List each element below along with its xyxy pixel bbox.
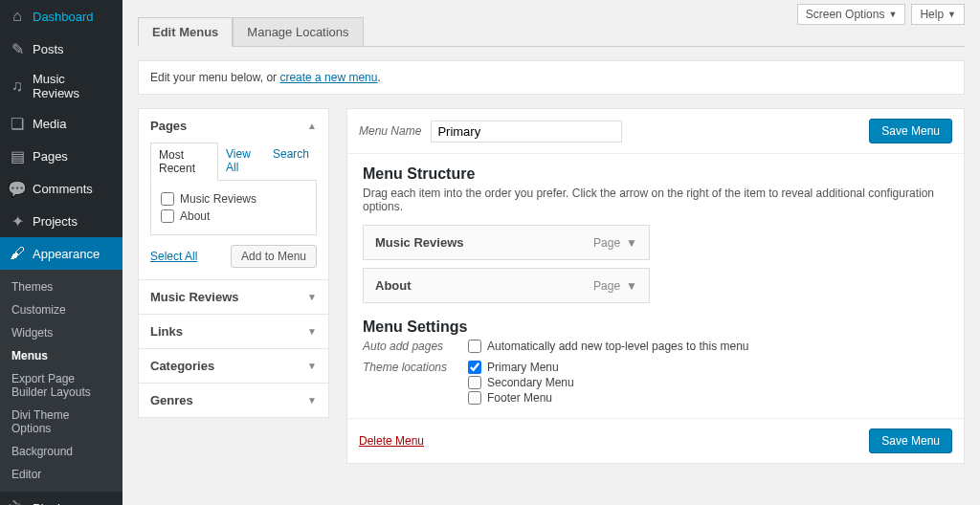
save-menu-button-bottom[interactable]: Save Menu (869, 428, 952, 453)
auto-add-option[interactable]: Automatically add new top-level pages to… (468, 340, 948, 353)
submenu-menus[interactable]: Menus (0, 344, 122, 367)
categories-toggle[interactable]: Categories▼ (139, 349, 328, 383)
media-icon: ❏ (8, 114, 27, 133)
triangle-down-icon[interactable]: ▼ (626, 279, 637, 293)
page-option[interactable]: About (161, 208, 306, 225)
location-checkbox[interactable] (468, 376, 481, 389)
comments-icon: 💬 (8, 179, 27, 198)
brush-icon: 🖌 (8, 244, 27, 263)
triangle-down-icon: ▼ (307, 361, 317, 371)
location-option-secondary[interactable]: Secondary Menu (468, 376, 948, 389)
pages-checklist: Music Reviews About (150, 181, 317, 235)
submenu-background[interactable]: Background (0, 440, 122, 463)
categories-accordion: Categories▼ (138, 349, 329, 384)
sidebar-item-comments[interactable]: 💬Comments (0, 172, 122, 205)
pages-tab-view-all[interactable]: View All (218, 143, 265, 180)
help-button[interactable]: Help▼ (911, 4, 965, 25)
sidebar-item-posts[interactable]: ✎Posts (0, 33, 122, 65)
screen-options-button[interactable]: Screen Options▼ (797, 4, 906, 25)
submenu-widgets[interactable]: Widgets (0, 321, 122, 344)
sidebar-item-dashboard[interactable]: ⌂Dashboard (0, 0, 122, 33)
sidebar-item-plugins[interactable]: 🔌Plugins (0, 492, 122, 505)
appearance-submenu: Themes Customize Widgets Menus Export Pa… (0, 270, 122, 492)
triangle-down-icon: ▼ (307, 326, 317, 337)
triangle-down-icon: ▼ (307, 395, 317, 406)
pages-tab-recent[interactable]: Most Recent (150, 143, 218, 181)
caret-down-icon: ▼ (888, 10, 897, 19)
submenu-export-layouts[interactable]: Export Page Builder Layouts (0, 367, 122, 404)
add-to-menu-button[interactable]: Add to Menu (231, 245, 317, 268)
links-accordion: Links▼ (138, 315, 329, 349)
theme-locations-label: Theme locations (363, 361, 468, 406)
menu-item-type: Page▼ (593, 236, 637, 250)
menu-item-label: Music Reviews (375, 235, 464, 250)
pages-accordion: Pages▲ Most Recent View All Search Music… (138, 108, 329, 280)
menu-item[interactable]: Music Reviews Page▼ (363, 225, 650, 260)
triangle-down-icon[interactable]: ▼ (626, 236, 637, 250)
menu-settings-heading: Menu Settings (363, 318, 948, 336)
music-reviews-accordion: Music Reviews▼ (138, 280, 329, 315)
menu-name-input[interactable] (431, 121, 622, 143)
delete-menu-link[interactable]: Delete Menu (359, 434, 424, 448)
sidebar-item-projects[interactable]: ✦Projects (0, 205, 122, 237)
triangle-down-icon: ▼ (307, 292, 317, 302)
submenu-themes[interactable]: Themes (0, 275, 122, 298)
pages-icon: ▤ (8, 146, 27, 165)
location-checkbox[interactable] (468, 361, 481, 374)
admin-sidebar: ⌂Dashboard ✎Posts ♫Music Reviews ❏Media … (0, 0, 122, 505)
edit-notice: Edit your menu below, or create a new me… (138, 60, 965, 95)
page-checkbox[interactable] (161, 209, 174, 223)
caret-down-icon: ▼ (947, 10, 956, 19)
select-all-link[interactable]: Select All (150, 250, 197, 263)
menu-item[interactable]: About Page▼ (363, 268, 650, 303)
main-content: Screen Options▼ Help▼ Edit Menus Manage … (122, 0, 980, 505)
sidebar-item-music-reviews[interactable]: ♫Music Reviews (0, 65, 122, 107)
theme-locations-options: Primary Menu Secondary Menu Footer Menu (468, 361, 948, 406)
menu-panel-footer: Delete Menu Save Menu (347, 418, 964, 463)
music-reviews-toggle[interactable]: Music Reviews▼ (139, 280, 328, 314)
auto-add-checkbox[interactable] (468, 340, 481, 353)
sidebar-item-appearance[interactable]: 🖌Appearance (0, 237, 122, 270)
submenu-editor[interactable]: Editor (0, 463, 122, 486)
menu-item-type: Page▼ (593, 279, 637, 293)
projects-icon: ✦ (8, 211, 27, 231)
screen-meta-links: Screen Options▼ Help▼ (797, 4, 965, 25)
create-menu-link[interactable]: create a new menu (279, 71, 377, 84)
location-checkbox[interactable] (468, 391, 481, 405)
tab-edit-menus[interactable]: Edit Menus (138, 17, 233, 47)
links-toggle[interactable]: Links▼ (139, 315, 328, 348)
sidebar-item-pages[interactable]: ▤Pages (0, 140, 122, 172)
menu-settings-grid: Auto add pages Automatically add new top… (363, 340, 948, 406)
page-checkbox[interactable] (161, 192, 174, 206)
genres-toggle[interactable]: Genres▼ (139, 384, 328, 417)
save-menu-button-top[interactable]: Save Menu (869, 119, 952, 143)
location-option-primary[interactable]: Primary Menu (468, 361, 948, 374)
pages-tab-search[interactable]: Search (265, 143, 317, 180)
menu-sources-column: Pages▲ Most Recent View All Search Music… (138, 108, 329, 464)
page-option[interactable]: Music Reviews (161, 190, 306, 208)
location-option-footer[interactable]: Footer Menu (468, 391, 948, 405)
menu-structure-heading: Menu Structure (363, 165, 948, 183)
plugin-icon: 🔌 (8, 498, 27, 505)
tab-manage-locations[interactable]: Manage Locations (233, 17, 363, 46)
pages-accordion-toggle[interactable]: Pages▲ (139, 109, 328, 143)
menu-item-label: About (375, 278, 412, 293)
genres-accordion: Genres▼ (138, 384, 329, 418)
triangle-up-icon: ▲ (307, 121, 317, 131)
submenu-customize[interactable]: Customize (0, 298, 122, 321)
menu-panel: Menu Name Save Menu Menu Structure Drag … (346, 108, 965, 464)
menu-structure-description: Drag each item into the order you prefer… (363, 187, 948, 213)
dashboard-icon: ⌂ (8, 7, 27, 26)
submenu-divi-options[interactable]: Divi Theme Options (0, 404, 122, 440)
menu-name-label: Menu Name (359, 124, 421, 138)
sidebar-item-media[interactable]: ❏Media (0, 107, 122, 140)
menu-panel-header: Menu Name Save Menu (347, 109, 964, 154)
menu-editor-column: Menu Name Save Menu Menu Structure Drag … (346, 108, 965, 464)
music-icon: ♫ (8, 77, 27, 96)
pages-filter-tabs: Most Recent View All Search (150, 143, 317, 181)
pin-icon: ✎ (8, 39, 27, 58)
auto-add-label: Auto add pages (363, 340, 468, 355)
